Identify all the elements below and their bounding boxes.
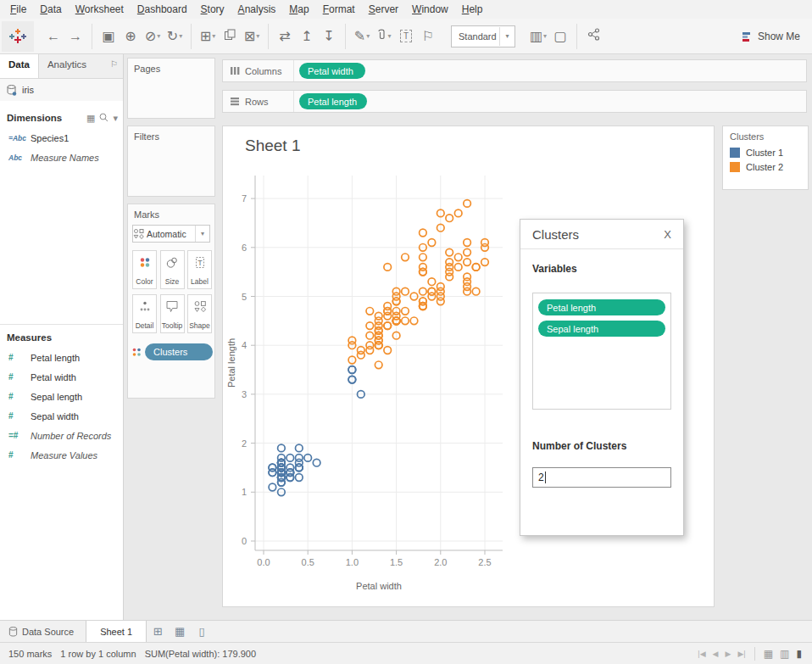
- save-icon[interactable]: ▣: [99, 26, 118, 47]
- scatter-mark[interactable]: [296, 444, 303, 452]
- text-label-icon[interactable]: T: [397, 26, 415, 47]
- field-number-of-records[interactable]: =#Number of Records: [0, 426, 123, 445]
- menu-data[interactable]: Data: [33, 2, 68, 17]
- field-species1[interactable]: =AbcSpecies1: [0, 128, 123, 148]
- redo-icon[interactable]: →: [66, 26, 85, 47]
- clip-icon[interactable]: ▾: [375, 26, 393, 47]
- search-icon[interactable]: [99, 113, 108, 124]
- menu-analysis[interactable]: Analysis: [231, 2, 283, 17]
- menu-worksheet[interactable]: Worksheet: [69, 2, 131, 17]
- scatter-mark[interactable]: [420, 287, 427, 295]
- clusters-legend[interactable]: Clusters Cluster 1Cluster 2: [722, 126, 809, 190]
- close-icon[interactable]: X: [660, 226, 675, 243]
- pause-auto-updates-icon[interactable]: ⊘▾: [143, 26, 162, 47]
- scatter-mark[interactable]: [420, 268, 427, 276]
- menu-server[interactable]: Server: [362, 2, 405, 17]
- show-me-button[interactable]: Show Me: [742, 31, 800, 42]
- scatter-mark[interactable]: [278, 444, 286, 452]
- mark-type-dropdown[interactable]: Automatic ▾: [132, 225, 210, 243]
- new-worksheet-tab-icon[interactable]: ⊞: [147, 625, 169, 638]
- scatter-mark[interactable]: [472, 264, 480, 271]
- menu-format[interactable]: Format: [316, 2, 362, 17]
- field-measure-values[interactable]: #Measure Values: [0, 445, 123, 465]
- scatter-mark[interactable]: [384, 303, 392, 310]
- swap-rows-columns-icon[interactable]: ⇄: [275, 26, 294, 47]
- scatter-mark[interactable]: [420, 254, 427, 261]
- tableau-logo-icon[interactable]: [2, 21, 34, 52]
- scatter-mark[interactable]: [428, 239, 436, 247]
- highlight-icon[interactable]: ✎▾: [353, 26, 371, 47]
- tab-analytics[interactable]: Analytics: [39, 54, 95, 78]
- presentation-mode-icon[interactable]: ▢: [551, 26, 570, 47]
- label-button[interactable]: TLabel: [187, 250, 212, 289]
- scatter-mark[interactable]: [269, 469, 276, 477]
- pin-icon[interactable]: ⚐: [419, 26, 437, 47]
- view-as-icon[interactable]: ▦: [86, 113, 95, 124]
- legend-item-cluster-2[interactable]: Cluster 2: [730, 162, 808, 172]
- scatter-mark[interactable]: [384, 347, 392, 354]
- scatter-mark[interactable]: [464, 259, 471, 266]
- data-source-item[interactable]: iris: [0, 79, 123, 101]
- scatter-mark[interactable]: [464, 283, 471, 291]
- scatter-mark[interactable]: [286, 469, 294, 477]
- scatter-mark[interactable]: [402, 317, 409, 325]
- scatter-mark[interactable]: [384, 322, 392, 330]
- chevron-down-icon[interactable]: ▾: [256, 32, 259, 40]
- tab-data[interactable]: Data: [0, 54, 39, 78]
- scatter-mark[interactable]: [286, 455, 294, 462]
- grid-view-icon[interactable]: ▦: [764, 648, 773, 660]
- scatter-mark[interactable]: [375, 327, 382, 335]
- scatter-mark[interactable]: [402, 308, 409, 315]
- share-icon[interactable]: [584, 26, 603, 47]
- previous-mark-icon[interactable]: ◀: [713, 650, 719, 658]
- tab-sheet-1[interactable]: Sheet 1: [86, 621, 147, 642]
- rows-shelf[interactable]: Rows Petal length: [222, 90, 807, 113]
- first-mark-icon[interactable]: |◀: [698, 650, 705, 658]
- new-worksheet-icon[interactable]: ⊞▾: [198, 26, 217, 47]
- scatter-mark[interactable]: [464, 248, 471, 256]
- chevron-down-icon[interactable]: ▾: [543, 32, 547, 40]
- pin-icon[interactable]: ⚐: [110, 54, 123, 78]
- menu-dashboard[interactable]: Dashboard: [131, 2, 194, 17]
- scatter-mark[interactable]: [410, 317, 418, 325]
- color-button[interactable]: Color: [132, 250, 157, 289]
- view-mode-select[interactable]: Standard ▾: [451, 25, 515, 47]
- chevron-down-icon[interactable]: ▾: [499, 27, 514, 46]
- columns-shelf[interactable]: Columns Petal width: [222, 59, 807, 82]
- menu-story[interactable]: Story: [194, 2, 231, 17]
- chevron-down-icon[interactable]: ▾: [212, 32, 215, 40]
- variable-pill-sepal-length[interactable]: Sepal length: [538, 321, 665, 337]
- scatter-mark[interactable]: [375, 361, 382, 369]
- rows-pill-petal-length[interactable]: Petal length: [299, 93, 367, 109]
- scatter-mark[interactable]: [472, 287, 480, 295]
- scatter-mark[interactable]: [358, 351, 365, 359]
- chevron-down-icon[interactable]: ▾: [195, 226, 209, 242]
- field-sepal-length[interactable]: #Sepal length: [0, 387, 123, 406]
- chevron-down-icon[interactable]: ▾: [179, 32, 182, 40]
- scatter-mark[interactable]: [296, 474, 303, 482]
- undo-icon[interactable]: ←: [44, 26, 63, 47]
- scatter-mark[interactable]: [278, 469, 286, 477]
- scatter-mark[interactable]: [366, 332, 374, 339]
- tab-data-source[interactable]: Data Source: [0, 621, 86, 642]
- scatter-mark[interactable]: [446, 273, 453, 281]
- new-story-tab-icon[interactable]: ▯: [191, 625, 213, 638]
- clusters-pill[interactable]: Clusters: [145, 343, 213, 360]
- scatter-mark[interactable]: [464, 239, 471, 247]
- chevron-down-icon[interactable]: ▾: [366, 32, 370, 40]
- tooltip-button[interactable]: Tooltip: [160, 294, 185, 333]
- variables-box[interactable]: Petal lengthSepal length: [532, 293, 671, 410]
- duplicate-sheet-icon[interactable]: [220, 26, 239, 47]
- scatter-mark[interactable]: [464, 200, 471, 208]
- new-data-source-icon[interactable]: ⊕: [121, 26, 140, 47]
- menu-help[interactable]: Help: [455, 2, 490, 17]
- clear-sheet-icon[interactable]: ⊠▾: [242, 26, 261, 47]
- filmstrip-view-icon[interactable]: ▥: [780, 648, 789, 660]
- field-measure-names[interactable]: AbcMeasure Names: [0, 148, 123, 167]
- scatter-mark[interactable]: [402, 287, 409, 295]
- chevron-down-icon[interactable]: ▾: [387, 32, 391, 40]
- scatter-mark[interactable]: [313, 459, 320, 466]
- new-dashboard-tab-icon[interactable]: ▦: [169, 625, 191, 638]
- chevron-down-icon[interactable]: ▾: [157, 32, 160, 40]
- slideshow-view-icon[interactable]: ▮: [796, 648, 802, 660]
